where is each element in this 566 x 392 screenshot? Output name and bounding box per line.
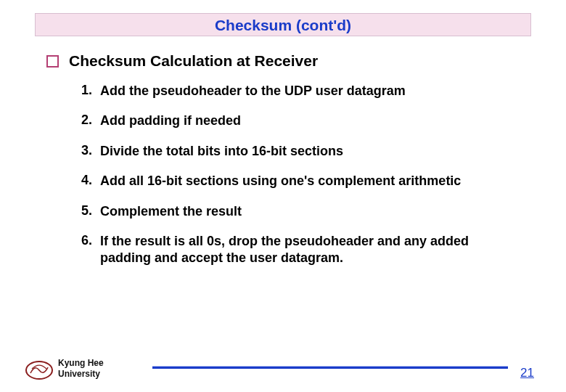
university-name: Kyung Hee University bbox=[58, 358, 104, 379]
page-number: 21 bbox=[520, 366, 534, 380]
list-item-text: Divide the total bits into 16-bit sectio… bbox=[100, 143, 488, 160]
slide-title-bar: Checksum (cont'd) bbox=[35, 13, 531, 36]
square-bullet-icon bbox=[46, 55, 59, 68]
list-item-number: 2. bbox=[81, 113, 100, 128]
list-item-text: Add padding if needed bbox=[100, 113, 488, 129]
slide-title: Checksum (cont'd) bbox=[215, 17, 351, 33]
list-item-number: 5. bbox=[81, 203, 100, 219]
list-item-number: 3. bbox=[81, 143, 100, 158]
list-item: 6. If the result is all 0s, drop the pse… bbox=[81, 233, 488, 267]
list-item: 5. Complement the result bbox=[81, 203, 488, 220]
list-item-number: 4. bbox=[81, 173, 100, 188]
content-section: Checksum Calculation at Receiver 1. Add … bbox=[46, 52, 566, 267]
university-line1: Kyung Hee bbox=[58, 358, 104, 368]
university-logo-icon bbox=[25, 360, 54, 380]
university-line2: University bbox=[58, 369, 104, 379]
slide-footer: Kyung Hee University 21 bbox=[0, 351, 566, 380]
list-item-text: Add the pseudoheader to the UDP user dat… bbox=[100, 83, 488, 99]
footer-rule bbox=[152, 366, 508, 369]
numbered-list: 1. Add the pseudoheader to the UDP user … bbox=[81, 83, 566, 267]
list-item: 1. Add the pseudoheader to the UDP user … bbox=[81, 83, 488, 99]
section-heading: Checksum Calculation at Receiver bbox=[69, 52, 318, 70]
section-heading-row: Checksum Calculation at Receiver bbox=[46, 52, 566, 70]
list-item-number: 6. bbox=[81, 233, 100, 248]
list-item-number: 1. bbox=[81, 83, 100, 98]
list-item: 4. Add all 16-bit sections using one's c… bbox=[81, 173, 488, 189]
list-item-text: If the result is all 0s, drop the pseudo… bbox=[100, 233, 488, 267]
list-item: 3. Divide the total bits into 16-bit sec… bbox=[81, 143, 488, 160]
list-item-text: Add all 16-bit sections using one's comp… bbox=[100, 173, 488, 189]
list-item: 2. Add padding if needed bbox=[81, 113, 488, 129]
list-item-text: Complement the result bbox=[100, 203, 488, 220]
